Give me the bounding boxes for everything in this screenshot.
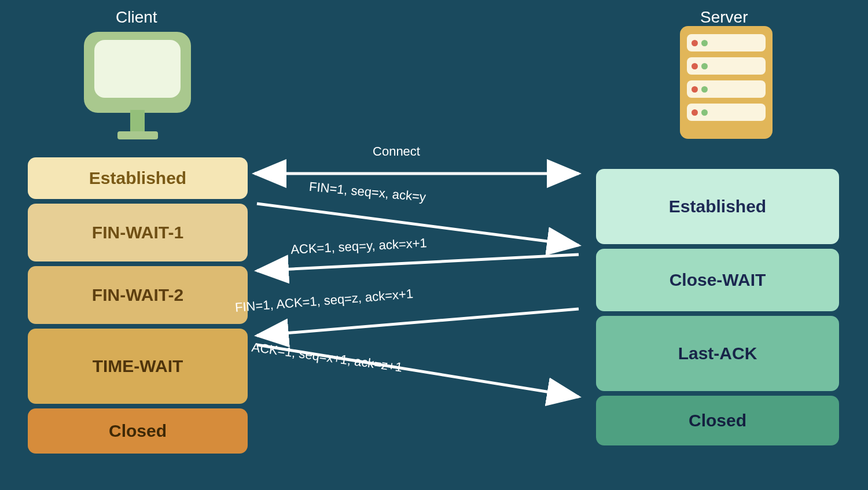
message-label-1: FIN=1, seq=x, ack=y xyxy=(308,179,426,205)
server-rack-icon xyxy=(680,26,773,139)
message-label-2: ACK=1, seq=y, ack=x+1 xyxy=(290,235,428,257)
client-state-closed: Closed xyxy=(28,408,248,454)
server-state-established: Established xyxy=(596,169,839,244)
arrow-3 xyxy=(257,309,579,336)
server-title: Server xyxy=(700,8,748,27)
server-state-closed: Closed xyxy=(596,396,839,445)
client-state-fin-wait-1: FIN-WAIT-1 xyxy=(28,204,248,261)
message-label-4: ACK=1, seq=x+1, ack=z+1 xyxy=(251,340,403,375)
server-state-close-wait: Close-WAIT xyxy=(596,249,839,311)
diagram-stage: Client Server EstablishedFIN-WAIT-1FIN-W… xyxy=(0,0,868,490)
client-title: Client xyxy=(116,8,157,27)
client-computer-icon xyxy=(84,32,191,139)
client-state-established: Established xyxy=(28,157,248,199)
client-state-time-wait: TIME-WAIT xyxy=(28,329,248,404)
server-state-last-ack: Last-ACK xyxy=(596,316,839,391)
client-state-fin-wait-2: FIN-WAIT-2 xyxy=(28,266,248,324)
message-label-0: Connect xyxy=(373,144,420,159)
arrow-2 xyxy=(257,255,579,271)
message-label-3: FIN=1, ACK=1, seq=z, ack=x+1 xyxy=(234,286,414,315)
